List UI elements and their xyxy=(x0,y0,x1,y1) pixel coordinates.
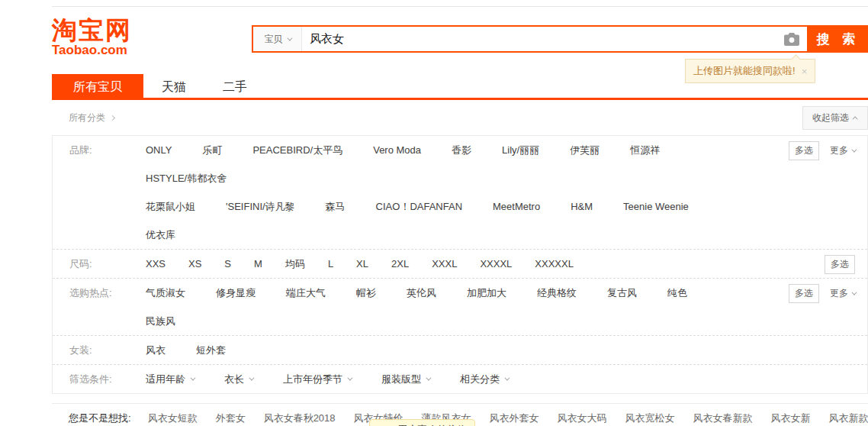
brand-filter-item[interactable]: 香影 xyxy=(452,136,471,164)
brand-filter-item[interactable]: 森马 xyxy=(326,192,346,221)
brand-items-line1: ONLY乐町PEACEBIRD/太平鸟Vero Moda香影Lily/丽丽伊芙丽… xyxy=(146,136,770,192)
camera-icon[interactable] xyxy=(784,33,799,46)
taobao-search-page: 淘宝网 Taobao.com 宝贝 搜 索 上传图片就能搜同款啦! xyxy=(0,6,868,426)
search-category-label: 宝贝 xyxy=(265,33,283,46)
logo-latin-text: Taobao.com xyxy=(52,44,132,57)
breadcrumb[interactable]: 所有分类 xyxy=(52,111,114,124)
hotspot-filter-item[interactable]: 加肥加大 xyxy=(467,279,506,307)
chevron-down-icon xyxy=(249,376,254,381)
size-filter-item[interactable]: S xyxy=(224,250,231,278)
suggestion-link[interactable]: 风衣女春新款 xyxy=(693,411,753,425)
womens-items: 风衣短外套 xyxy=(146,336,770,364)
filter-row-conditions: 筛选条件: 适用年龄衣长上市年份季节服装版型相关分类 xyxy=(53,365,867,393)
chevron-down-icon xyxy=(851,147,857,152)
taobao-logo[interactable]: 淘宝网 Taobao.com xyxy=(52,18,132,57)
hotspot-filter-item[interactable]: 帽衫 xyxy=(356,279,376,307)
suggestion-link[interactable]: 风衣女新 xyxy=(771,411,811,425)
size-filter-item[interactable]: 2XL xyxy=(391,250,409,278)
brand-filter-item[interactable]: HSTYLE/韩都衣舍 xyxy=(146,164,227,192)
suggestions-label: 您是不是想找: xyxy=(52,411,131,425)
chevron-up-icon xyxy=(853,116,858,121)
brand-filter-item[interactable]: 恒源祥 xyxy=(630,136,660,164)
suggestion-link[interactable]: 风衣女短款 xyxy=(148,411,198,425)
filter-label: 筛选条件: xyxy=(53,365,146,393)
suggestion-link[interactable]: 风衣宽松女 xyxy=(625,411,675,425)
suggestion-link[interactable]: 风衣女春秋2018 xyxy=(264,411,336,425)
collapse-filter-button[interactable]: 收起筛选 xyxy=(802,106,868,130)
image-search-tooltip-text: 上传图片就能搜同款啦! xyxy=(693,64,796,78)
size-filter-item[interactable]: M xyxy=(254,250,262,278)
category-toolbar: 所有分类 收起筛选 xyxy=(52,100,868,135)
tab-secondhand[interactable]: 二手 xyxy=(204,74,265,98)
filter-label: 尺码: xyxy=(53,250,146,278)
breadcrumb-label: 所有分类 xyxy=(69,111,105,124)
tab-tmall[interactable]: 天猫 xyxy=(143,74,204,98)
condition-dropdown[interactable]: 服装版型 xyxy=(381,365,429,393)
suggestion-link[interactable]: 风衣新款女春秋 xyxy=(829,411,868,425)
suggestion-link[interactable]: 风衣外套女 xyxy=(490,411,539,425)
brand-filter-item[interactable]: Lily/丽丽 xyxy=(502,136,539,164)
hotspot-filter-item[interactable]: 纯色 xyxy=(667,279,687,307)
filter-row-brand: 品牌: ONLY乐町PEACEBIRD/太平鸟Vero Moda香影Lily/丽… xyxy=(53,136,867,250)
size-filter-item[interactable]: XXS xyxy=(146,250,166,278)
brand-filter-item[interactable]: CIAO！DAFANFAN xyxy=(376,192,462,221)
size-filter-item[interactable]: XL xyxy=(356,250,368,278)
size-filter-item[interactable]: XXXL xyxy=(432,250,457,278)
brand-filter-item[interactable]: 伊芙丽 xyxy=(570,136,600,164)
condition-dropdown[interactable]: 相关分类 xyxy=(460,365,508,393)
multi-select-button[interactable]: 多选 xyxy=(825,255,855,274)
womens-filter-item[interactable]: 风衣 xyxy=(146,336,166,364)
hotspot-items: 气质淑女修身显瘦端庄大气帽衫英伦风加肥加大经典格纹复古风纯色民族风 xyxy=(146,279,770,335)
condition-dropdown[interactable]: 上市年份季节 xyxy=(283,365,351,393)
condition-dropdown[interactable]: 适用年龄 xyxy=(146,365,194,393)
size-filter-item[interactable]: L xyxy=(328,250,333,278)
chevron-down-icon xyxy=(426,376,431,381)
search-input[interactable] xyxy=(302,27,784,51)
tab-all-items[interactable]: 所有宝贝 xyxy=(52,74,143,98)
brand-filter-item[interactable]: PEACEBIRD/太平鸟 xyxy=(252,136,342,164)
suggestion-link[interactable]: 风衣女大码 xyxy=(558,411,607,425)
hotspot-filter-item[interactable]: 民族风 xyxy=(146,307,175,335)
hotspot-filter-item[interactable]: 气质淑女 xyxy=(146,279,185,307)
chevron-down-icon xyxy=(851,289,857,295)
condition-items: 适用年龄衣长上市年份季节服装版型相关分类 xyxy=(146,365,770,393)
search-area: 宝贝 搜 索 上传图片就能搜同款啦! × xyxy=(252,25,868,53)
search-category-dropdown[interactable]: 宝贝 xyxy=(253,27,302,51)
brand-filter-item[interactable]: 'SEIFINI/诗凡黎 xyxy=(226,192,295,221)
search-button[interactable]: 搜 索 xyxy=(809,25,868,53)
hotspot-filter-item[interactable]: 英伦风 xyxy=(407,279,436,307)
brand-filter-item[interactable]: 乐町 xyxy=(202,136,222,164)
brand-filter-item[interactable]: 花栗鼠小姐 xyxy=(146,192,195,221)
hotspot-filter-item[interactable]: 修身显瘦 xyxy=(216,279,256,307)
multi-select-button[interactable]: 多选 xyxy=(789,141,819,160)
filter-row-hotspot: 选购热点: 气质淑女修身显瘦端庄大气帽衫英伦风加肥加大经典格纹复古风纯色民族风 … xyxy=(53,279,867,336)
suggestion-link[interactable]: 外套女 xyxy=(216,411,246,425)
hotspot-filter-item[interactable]: 经典格纹 xyxy=(537,279,577,307)
more-link[interactable]: 更多 xyxy=(830,284,855,302)
brand-filter-item[interactable]: ONLY xyxy=(146,136,172,164)
size-filter-item[interactable]: 均码 xyxy=(285,250,305,278)
hotspot-filter-item[interactable]: 端庄大气 xyxy=(286,279,326,307)
condition-dropdown[interactable]: 衣长 xyxy=(224,365,252,393)
tooltip-close-icon[interactable]: × xyxy=(802,66,808,77)
size-filter-item[interactable]: XXXXXL xyxy=(535,250,574,278)
search-bar: 宝贝 xyxy=(252,25,809,53)
hotspot-filter-item[interactable]: 复古风 xyxy=(607,279,637,307)
womens-filter-item[interactable]: 短外套 xyxy=(196,336,226,364)
brand-filter-item[interactable]: MeetMetro xyxy=(493,192,540,221)
chevron-down-icon xyxy=(190,376,195,381)
brand-filter-item[interactable]: Vero Moda xyxy=(373,136,421,164)
brand-filter-item[interactable]: 优衣库 xyxy=(146,221,175,249)
size-filter-item[interactable]: XXXXL xyxy=(480,250,512,278)
chevron-right-icon xyxy=(110,115,115,120)
collapse-filter-label: 收起筛选 xyxy=(812,111,849,124)
brand-filter-item[interactable]: Teenie Weenie xyxy=(623,192,689,221)
brand-items-line2: 花栗鼠小姐'SEIFINI/诗凡黎森马CIAO！DAFANFANMeetMetr… xyxy=(146,192,770,249)
price-tooltip: 38%用户喜欢的价位 xyxy=(369,419,475,426)
brand-filter-item[interactable]: H&M xyxy=(571,192,593,221)
header: 淘宝网 Taobao.com 宝贝 搜 索 上传图片就能搜同款啦! xyxy=(52,7,868,74)
filter-label: 选购热点: xyxy=(53,279,146,335)
more-link[interactable]: 更多 xyxy=(830,141,855,160)
multi-select-button[interactable]: 多选 xyxy=(789,284,819,303)
size-filter-item[interactable]: XS xyxy=(188,250,201,278)
